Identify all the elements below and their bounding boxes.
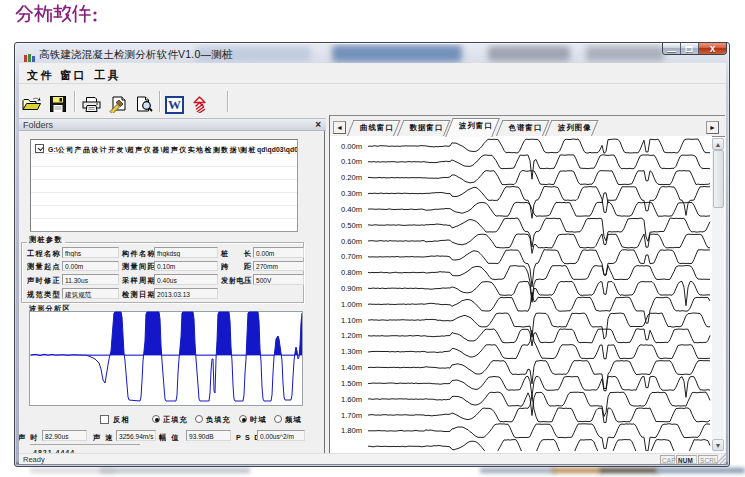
svg-text:1.50m: 1.50m bbox=[341, 379, 362, 388]
svg-text:1.20m: 1.20m bbox=[341, 331, 362, 340]
svg-text:1.70m: 1.70m bbox=[341, 411, 362, 420]
svg-text:0.10m: 0.10m bbox=[341, 157, 362, 166]
svg-text:1.80m: 1.80m bbox=[341, 426, 362, 435]
svg-text:0.60m: 0.60m bbox=[341, 237, 362, 246]
svg-text:0.20m: 0.20m bbox=[341, 173, 362, 182]
svg-text:0.80m: 0.80m bbox=[341, 268, 362, 277]
svg-text:0.50m: 0.50m bbox=[341, 221, 362, 230]
svg-text:0.00m: 0.00m bbox=[341, 142, 362, 151]
svg-text:0.90m: 0.90m bbox=[341, 284, 362, 293]
svg-text:1.40m: 1.40m bbox=[341, 363, 362, 372]
svg-text:0.40m: 0.40m bbox=[341, 205, 362, 214]
svg-text:0.30m: 0.30m bbox=[341, 189, 362, 198]
svg-text:1.00m: 1.00m bbox=[341, 300, 362, 309]
svg-text:1.30m: 1.30m bbox=[341, 347, 362, 356]
svg-text:1.10m: 1.10m bbox=[341, 316, 362, 325]
svg-text:1.60m: 1.60m bbox=[341, 395, 362, 404]
svg-text:0.70m: 0.70m bbox=[341, 252, 362, 261]
